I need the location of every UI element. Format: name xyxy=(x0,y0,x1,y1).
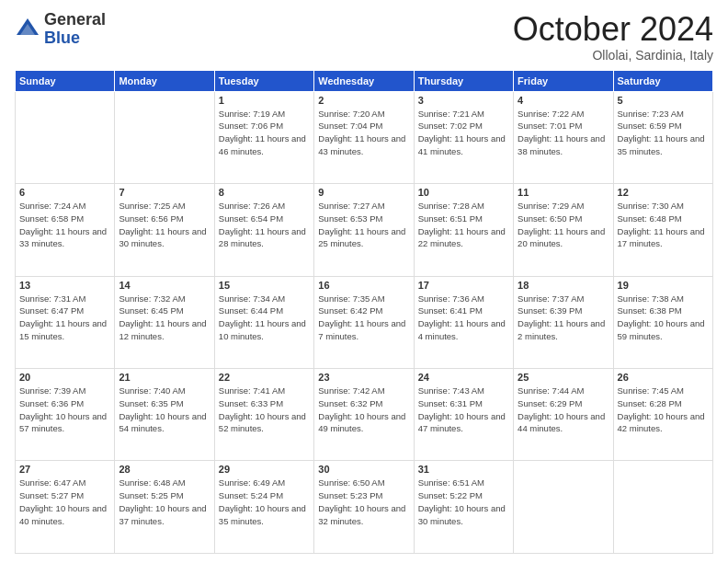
day-number: 1 xyxy=(219,95,310,106)
day-info: Sunrise: 6:50 AMSunset: 5:23 PMDaylight:… xyxy=(318,477,409,527)
table-row: 22Sunrise: 7:41 AMSunset: 6:33 PMDayligh… xyxy=(214,369,313,461)
day-number: 5 xyxy=(618,95,709,106)
sunrise-text: Sunrise: 6:51 AM xyxy=(418,477,484,488)
sunset-text: Sunset: 6:31 PM xyxy=(418,398,483,408)
daylight-text: Daylight: 11 hours and 4 minutes. xyxy=(418,318,506,341)
sunrise-text: Sunrise: 7:39 AM xyxy=(19,385,85,396)
day-info: Sunrise: 7:42 AMSunset: 6:32 PMDaylight:… xyxy=(318,385,409,435)
day-info: Sunrise: 7:24 AMSunset: 6:58 PMDaylight:… xyxy=(19,200,110,250)
sunrise-text: Sunrise: 7:25 AM xyxy=(119,201,185,211)
daylight-text: Daylight: 11 hours and 28 minutes. xyxy=(219,226,306,249)
day-number: 23 xyxy=(318,372,409,383)
daylight-text: Daylight: 11 hours and 10 minutes. xyxy=(219,318,306,341)
daylight-text: Daylight: 11 hours and 25 minutes. xyxy=(318,226,405,249)
day-number: 19 xyxy=(618,280,709,291)
sunrise-text: Sunrise: 7:41 AM xyxy=(219,385,285,396)
day-number: 26 xyxy=(618,372,709,383)
logo-general: General xyxy=(44,10,106,29)
sunrise-text: Sunrise: 7:45 AM xyxy=(618,385,684,396)
sunrise-text: Sunrise: 7:38 AM xyxy=(618,293,684,304)
table-row: 28Sunrise: 6:48 AMSunset: 5:25 PMDayligh… xyxy=(115,461,214,554)
table-row: 14Sunrise: 7:32 AMSunset: 6:45 PMDayligh… xyxy=(115,276,214,368)
table-row: 12Sunrise: 7:30 AMSunset: 6:48 PMDayligh… xyxy=(613,184,712,276)
day-info: Sunrise: 6:51 AMSunset: 5:22 PMDaylight:… xyxy=(418,477,509,527)
table-row: 3Sunrise: 7:21 AMSunset: 7:02 PMDaylight… xyxy=(414,91,513,183)
sunrise-text: Sunrise: 6:47 AM xyxy=(19,477,85,488)
sunrise-text: Sunrise: 6:48 AM xyxy=(119,477,185,488)
daylight-text: Daylight: 11 hours and 15 minutes. xyxy=(19,318,107,341)
sunrise-text: Sunrise: 7:32 AM xyxy=(119,293,185,304)
day-info: Sunrise: 7:22 AMSunset: 7:01 PMDaylight:… xyxy=(518,108,609,158)
table-row: 4Sunrise: 7:22 AMSunset: 7:01 PMDaylight… xyxy=(514,91,613,183)
sunrise-text: Sunrise: 7:24 AM xyxy=(19,201,85,211)
sunrise-text: Sunrise: 7:28 AM xyxy=(418,201,484,211)
location-subtitle: Ollolai, Sardinia, Italy xyxy=(513,48,713,63)
daylight-text: Daylight: 10 hours and 52 minutes. xyxy=(219,411,306,434)
table-row: 23Sunrise: 7:42 AMSunset: 6:32 PMDayligh… xyxy=(314,369,414,461)
day-number: 7 xyxy=(119,187,210,198)
day-number: 8 xyxy=(219,187,310,198)
sunset-text: Sunset: 6:29 PM xyxy=(518,398,582,408)
sunrise-text: Sunrise: 7:26 AM xyxy=(219,201,285,211)
logo-text: General Blue xyxy=(44,11,106,48)
table-row: 27Sunrise: 6:47 AMSunset: 5:27 PMDayligh… xyxy=(16,461,115,554)
logo-icon xyxy=(15,17,40,42)
day-number: 4 xyxy=(518,95,609,106)
sunset-text: Sunset: 6:45 PM xyxy=(119,305,183,316)
sunset-text: Sunset: 6:53 PM xyxy=(318,213,382,224)
sunset-text: Sunset: 6:54 PM xyxy=(219,213,283,224)
sunrise-text: Sunrise: 7:42 AM xyxy=(318,385,384,396)
day-info: Sunrise: 7:28 AMSunset: 6:51 PMDaylight:… xyxy=(418,200,509,250)
calendar-header-row: Sunday Monday Tuesday Wednesday Thursday… xyxy=(16,70,713,91)
daylight-text: Daylight: 11 hours and 33 minutes. xyxy=(19,226,107,249)
sunrise-text: Sunrise: 7:30 AM xyxy=(618,201,684,211)
day-info: Sunrise: 7:21 AMSunset: 7:02 PMDaylight:… xyxy=(418,108,509,158)
sunset-text: Sunset: 6:56 PM xyxy=(119,213,183,224)
day-number: 25 xyxy=(518,372,609,383)
daylight-text: Daylight: 10 hours and 59 minutes. xyxy=(618,318,705,341)
day-number: 11 xyxy=(518,187,609,198)
day-info: Sunrise: 7:45 AMSunset: 6:28 PMDaylight:… xyxy=(618,385,709,435)
table-row: 29Sunrise: 6:49 AMSunset: 5:24 PMDayligh… xyxy=(214,461,313,554)
calendar-week-row: 1Sunrise: 7:19 AMSunset: 7:06 PMDaylight… xyxy=(16,91,713,183)
table-row: 19Sunrise: 7:38 AMSunset: 6:38 PMDayligh… xyxy=(613,276,712,368)
table-row: 30Sunrise: 6:50 AMSunset: 5:23 PMDayligh… xyxy=(314,461,414,554)
daylight-text: Daylight: 11 hours and 20 minutes. xyxy=(518,226,605,249)
daylight-text: Daylight: 10 hours and 49 minutes. xyxy=(318,411,405,434)
col-saturday: Saturday xyxy=(613,70,712,91)
sunrise-text: Sunrise: 7:21 AM xyxy=(418,109,484,119)
table-row: 20Sunrise: 7:39 AMSunset: 6:36 PMDayligh… xyxy=(16,369,115,461)
table-row xyxy=(115,91,214,183)
table-row: 31Sunrise: 6:51 AMSunset: 5:22 PMDayligh… xyxy=(414,461,513,554)
table-row: 1Sunrise: 7:19 AMSunset: 7:06 PMDaylight… xyxy=(214,91,313,183)
day-info: Sunrise: 7:34 AMSunset: 6:44 PMDaylight:… xyxy=(219,293,310,343)
sunrise-text: Sunrise: 7:19 AM xyxy=(219,109,285,119)
table-row: 15Sunrise: 7:34 AMSunset: 6:44 PMDayligh… xyxy=(214,276,313,368)
sunset-text: Sunset: 6:35 PM xyxy=(119,398,183,408)
sunset-text: Sunset: 6:36 PM xyxy=(19,398,84,408)
calendar-week-row: 13Sunrise: 7:31 AMSunset: 6:47 PMDayligh… xyxy=(16,276,713,368)
sunrise-text: Sunrise: 6:49 AM xyxy=(219,477,285,488)
sunset-text: Sunset: 7:04 PM xyxy=(318,121,382,131)
day-info: Sunrise: 7:31 AMSunset: 6:47 PMDaylight:… xyxy=(19,293,110,343)
sunset-text: Sunset: 6:51 PM xyxy=(418,213,483,224)
sunset-text: Sunset: 6:42 PM xyxy=(318,305,382,316)
daylight-text: Daylight: 10 hours and 40 minutes. xyxy=(19,503,107,526)
daylight-text: Daylight: 10 hours and 47 minutes. xyxy=(418,411,506,434)
day-info: Sunrise: 7:20 AMSunset: 7:04 PMDaylight:… xyxy=(318,108,409,158)
daylight-text: Daylight: 10 hours and 44 minutes. xyxy=(518,411,605,434)
day-number: 10 xyxy=(418,187,509,198)
sunrise-text: Sunrise: 7:37 AM xyxy=(518,293,584,304)
day-number: 9 xyxy=(318,187,409,198)
daylight-text: Daylight: 11 hours and 17 minutes. xyxy=(618,226,705,249)
table-row: 18Sunrise: 7:37 AMSunset: 6:39 PMDayligh… xyxy=(514,276,613,368)
sunset-text: Sunset: 5:22 PM xyxy=(418,490,483,500)
calendar-week-row: 27Sunrise: 6:47 AMSunset: 5:27 PMDayligh… xyxy=(16,461,713,554)
day-number: 15 xyxy=(219,280,310,291)
sunset-text: Sunset: 6:41 PM xyxy=(418,305,483,316)
sunset-text: Sunset: 6:44 PM xyxy=(219,305,283,316)
day-info: Sunrise: 7:30 AMSunset: 6:48 PMDaylight:… xyxy=(618,200,709,250)
sunrise-text: Sunrise: 6:50 AM xyxy=(318,477,384,488)
table-row: 17Sunrise: 7:36 AMSunset: 6:41 PMDayligh… xyxy=(414,276,513,368)
day-info: Sunrise: 6:47 AMSunset: 5:27 PMDaylight:… xyxy=(19,477,110,527)
